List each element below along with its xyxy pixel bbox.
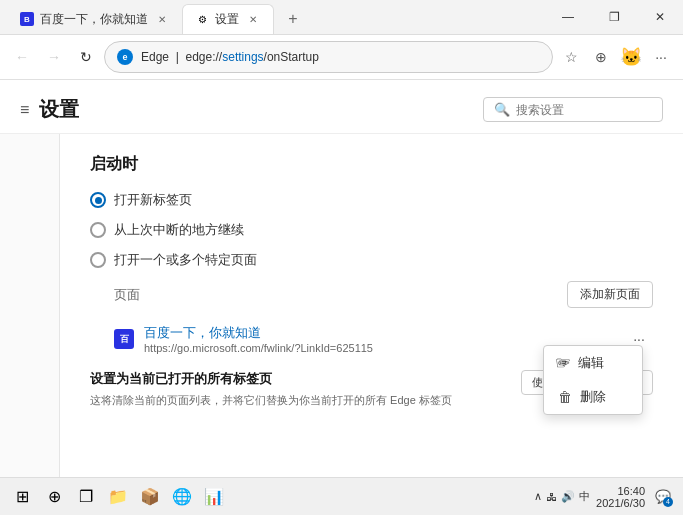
collections-button[interactable]: ⊕: [587, 43, 615, 71]
radio-circle-3: [90, 252, 106, 268]
settings-search-box[interactable]: 🔍: [483, 97, 663, 122]
refresh-button[interactable]: ↻: [72, 43, 100, 71]
minimize-button[interactable]: —: [545, 0, 591, 35]
baidu-favicon: 百: [114, 329, 134, 349]
taskbar-right: ∧ 🖧 🔊 中 16:40 2021/6/30 💬 4: [534, 485, 675, 509]
settings-main-content: 启动时 打开新标签页 从上次中断的地方继续 打开一个或多个特定页面: [60, 134, 683, 477]
settings-page-title: 设置: [39, 96, 79, 123]
sys-tray-lang[interactable]: 中: [579, 489, 590, 504]
page-name: 百度一下，你就知道: [144, 324, 615, 342]
tab-group: B 百度一下，你就知道 ✕ ⚙ 设置 ✕ +: [0, 0, 545, 34]
close-button[interactable]: ✕: [637, 0, 683, 35]
profile-button[interactable]: 🐱: [617, 43, 645, 71]
context-menu: ✏ 编辑 🗑 删除: [543, 345, 643, 415]
back-button[interactable]: ←: [8, 43, 36, 71]
url-brand: Edge: [141, 50, 169, 64]
taskbar-app-edge[interactable]: 🌐: [168, 483, 196, 511]
taskbar-app-store[interactable]: 📦: [136, 483, 164, 511]
task-view-button[interactable]: ❐: [72, 483, 100, 511]
taskbar: ⊞ ⊕ ❐ 📁 📦 🌐 📊 ∧ 🖧 🔊 中 16:40 2021/6/30 💬 …: [0, 477, 683, 515]
url-suffix: /onStartup: [264, 50, 319, 64]
radio-circle-1: [90, 192, 106, 208]
taskbar-left: ⊞ ⊕ ❐ 📁 📦 🌐 📊: [8, 483, 530, 511]
system-clock[interactable]: 16:40 2021/6/30: [596, 485, 645, 509]
restore-button[interactable]: ❐: [591, 0, 637, 35]
tab-settings[interactable]: ⚙ 设置 ✕: [182, 4, 274, 34]
notification-badge: 4: [663, 497, 673, 507]
edit-icon: ✏: [558, 355, 570, 371]
pages-label: 页面: [114, 286, 140, 304]
favorites-button[interactable]: ☆: [557, 43, 585, 71]
tab-baidu[interactable]: B 百度一下，你就知道 ✕: [8, 4, 182, 34]
clock-date: 2021/6/30: [596, 497, 645, 509]
settings-search-input[interactable]: [516, 103, 646, 117]
radio-label-2: 从上次中断的地方继续: [114, 221, 244, 239]
sys-tray: ∧ 🖧 🔊 中: [534, 489, 590, 504]
url-settings-part: settings: [222, 50, 263, 64]
url-text: Edge | edge://settings/onStartup: [141, 50, 319, 64]
sys-tray-network[interactable]: 🖧: [546, 491, 557, 503]
context-menu-edit-label: 编辑: [578, 354, 604, 372]
tab-baidu-title: 百度一下，你就知道: [40, 11, 148, 28]
hamburger-icon[interactable]: ≡: [20, 101, 29, 119]
settings-area: ≡ 设置 🔍 启动时 打开新标签页 从上次中断的地方继续: [0, 80, 683, 477]
edge-favicon: e: [117, 49, 133, 65]
address-actions: ☆ ⊕ 🐱 ···: [557, 43, 675, 71]
url-separator: | edge://: [172, 50, 222, 64]
tab-settings-favicon: ⚙: [195, 13, 209, 27]
tab-settings-title: 设置: [215, 11, 239, 28]
context-menu-edit[interactable]: ✏ 编辑: [544, 346, 642, 380]
radio-label-3: 打开一个或多个特定页面: [114, 251, 257, 269]
forward-button[interactable]: →: [40, 43, 68, 71]
context-menu-delete-label: 删除: [580, 388, 606, 406]
new-tab-button[interactable]: +: [278, 4, 308, 34]
taskbar-app-explorer[interactable]: 📁: [104, 483, 132, 511]
pages-header: 页面 添加新页面: [90, 281, 653, 308]
delete-icon: 🗑: [558, 389, 572, 405]
clock-time: 16:40: [617, 485, 645, 497]
set-current-title: 设置为当前已打开的所有标签页: [90, 370, 452, 388]
url-bar[interactable]: e Edge | edge://settings/onStartup: [104, 41, 553, 73]
radio-option-3[interactable]: 打开一个或多个特定页面: [90, 251, 653, 269]
address-bar: ← → ↻ e Edge | edge://settings/onStartup…: [0, 35, 683, 80]
tab-baidu-close[interactable]: ✕: [154, 11, 170, 27]
section-title: 启动时: [90, 154, 653, 175]
title-bar: B 百度一下，你就知道 ✕ ⚙ 设置 ✕ + — ❐ ✕: [0, 0, 683, 35]
settings-inner: 启动时 打开新标签页 从上次中断的地方继续 打开一个或多个特定页面: [0, 134, 683, 477]
taskbar-app-excel[interactable]: 📊: [200, 483, 228, 511]
radio-label-1: 打开新标签页: [114, 191, 192, 209]
set-current-desc: 这将清除当前的页面列表，并将它们替换为你当前打开的所有 Edge 标签页: [90, 392, 452, 409]
settings-title-row: ≡ 设置: [20, 96, 79, 123]
radio-option-2[interactable]: 从上次中断的地方继续: [90, 221, 653, 239]
sys-tray-volume[interactable]: 🔊: [561, 490, 575, 503]
window-controls: — ❐ ✕: [545, 0, 683, 34]
search-icon: 🔍: [494, 102, 510, 117]
notification-button[interactable]: 💬 4: [651, 485, 675, 509]
settings-sidebar: [0, 134, 60, 477]
set-current-text: 设置为当前已打开的所有标签页 这将清除当前的页面列表，并将它们替换为你当前打开的…: [90, 370, 452, 409]
add-page-button[interactable]: 添加新页面: [567, 281, 653, 308]
settings-header: ≡ 设置 🔍: [0, 80, 683, 134]
tab-baidu-favicon: B: [20, 12, 34, 26]
sys-tray-arrow[interactable]: ∧: [534, 490, 542, 503]
tab-settings-close[interactable]: ✕: [245, 12, 261, 28]
search-button[interactable]: ⊕: [40, 483, 68, 511]
start-button[interactable]: ⊞: [8, 483, 36, 511]
radio-option-1[interactable]: 打开新标签页: [90, 191, 653, 209]
context-menu-delete[interactable]: 🗑 删除: [544, 380, 642, 414]
radio-circle-2: [90, 222, 106, 238]
menu-button[interactable]: ···: [647, 43, 675, 71]
